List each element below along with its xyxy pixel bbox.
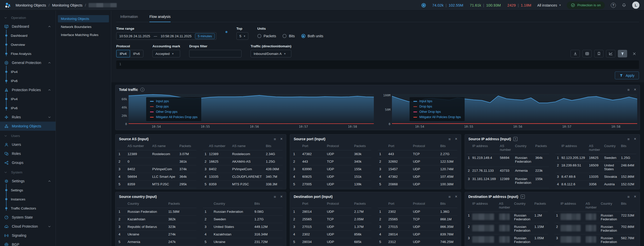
sidebar-item-ipv4[interactable]: IPv4 bbox=[6, 94, 56, 103]
sidebar-section-users[interactable]: Users bbox=[0, 132, 56, 140]
panel-close-icon[interactable]: × bbox=[634, 137, 636, 141]
panel-menu-icon[interactable]: = bbox=[449, 195, 451, 199]
close-panel-button[interactable] bbox=[630, 50, 639, 57]
sidebar-item-general-protection[interactable]: General Protection bbox=[0, 58, 56, 67]
panel-close-icon[interactable]: × bbox=[634, 87, 636, 92]
units-radio-packets[interactable]: Packets bbox=[257, 34, 276, 38]
sidebar-item-ipv6[interactable]: IPv6 bbox=[6, 103, 56, 113]
sidebar-item-flow-analysis[interactable]: Flow Analysis bbox=[6, 49, 56, 58]
sidebar-item-groups[interactable]: Groups bbox=[0, 158, 56, 167]
subsidebar-item-interface-matching-rules[interactable]: Interface Matching Rules bbox=[58, 31, 109, 39]
y-axis-tick: 40k bbox=[122, 106, 127, 109]
expand-plus-icon[interactable]: + bbox=[513, 137, 517, 141]
sidebar-item-rules[interactable]: Rules bbox=[0, 113, 56, 122]
refresh-indicator-dot[interactable] bbox=[225, 31, 227, 33]
apply-button[interactable]: Apply bbox=[615, 72, 639, 79]
protocol-option-ipv6[interactable]: IPv6 bbox=[130, 50, 143, 57]
table-cell-value: 15457 bbox=[388, 167, 398, 171]
table-view-button[interactable] bbox=[582, 50, 592, 57]
panel-close-icon[interactable]: × bbox=[455, 194, 457, 199]
panel-menu-icon[interactable]: = bbox=[274, 195, 276, 199]
panel-menu-icon[interactable]: = bbox=[627, 88, 630, 92]
app-logo-icon[interactable] bbox=[5, 2, 11, 9]
sidebar-section-operation[interactable]: Operation bbox=[0, 14, 56, 22]
rank-cell: 4 bbox=[555, 181, 559, 188]
sidebar-item-system-state[interactable]: System State bbox=[0, 213, 56, 222]
user-avatar[interactable]: L bbox=[632, 2, 639, 9]
table-row: 456694LLC Smart Ape364k bbox=[117, 173, 196, 181]
chevron-down-icon bbox=[47, 225, 52, 228]
sidebar-item-dashboard[interactable]: Dashboard bbox=[6, 31, 56, 40]
panel-close-icon[interactable]: × bbox=[455, 137, 457, 141]
panel-menu-icon[interactable]: = bbox=[627, 137, 630, 141]
sidebar-item-ipv4[interactable]: IPv4 bbox=[6, 67, 56, 76]
units-radio-both-units[interactable]: Both units bbox=[301, 34, 323, 38]
filter-button[interactable] bbox=[618, 50, 627, 57]
legend-item[interactable]: Other Drop pps bbox=[150, 110, 197, 114]
table-cell-value: 2302 bbox=[302, 232, 310, 236]
sidebar-item-traffic-collectors[interactable]: Traffic Collectors bbox=[6, 204, 56, 213]
sidebar-item-protection-policies[interactable]: Protection Policies bbox=[0, 85, 56, 94]
sidebar-item-settings[interactable]: Settings bbox=[6, 186, 56, 195]
sidebar-item-ipv6[interactable]: IPv6 bbox=[6, 76, 56, 85]
sidebar-item-monitoring-objects[interactable]: Monitoring Objects bbox=[0, 122, 56, 131]
table-cell-value: Kazakhstan bbox=[214, 232, 231, 236]
panel-menu-icon[interactable]: = bbox=[274, 137, 276, 141]
panel-menu-icon[interactable]: = bbox=[627, 195, 630, 199]
sidebar-item-cloud-protection[interactable]: Cloud Protection bbox=[0, 222, 56, 231]
protection-status-badge[interactable]: Protection is on bbox=[567, 2, 605, 9]
sidebar-item-users[interactable]: Users bbox=[0, 140, 56, 149]
tab-flow-analysis[interactable]: Flow analysis bbox=[149, 15, 171, 22]
column-header: AS number bbox=[584, 200, 599, 212]
top-select[interactable]: 5 ▾ bbox=[236, 32, 248, 40]
help-icon[interactable]: ? bbox=[611, 3, 616, 8]
bullet-dot-icon bbox=[5, 80, 7, 82]
info-icon[interactable]: i bbox=[140, 88, 144, 92]
network-status-icon[interactable] bbox=[421, 3, 426, 8]
drops-filter-input[interactable] bbox=[189, 50, 242, 57]
legend-item[interactable]: Mitigator All Policies Drop pps bbox=[150, 115, 197, 119]
panel-close-icon[interactable]: × bbox=[280, 137, 283, 141]
sidebar-item-signaling[interactable]: Signaling bbox=[0, 231, 56, 240]
time-range-input[interactable]: 10:53:26 24.11.2025 — 10:58:26 24.11.202… bbox=[116, 32, 216, 40]
download-button[interactable] bbox=[571, 50, 580, 57]
protocol-option-ipv4[interactable]: IPv4 bbox=[116, 50, 130, 57]
sidebar-section-system[interactable]: System bbox=[0, 168, 56, 177]
traffic-direction-select[interactable]: Inbound/Domain A ▾ bbox=[251, 50, 291, 57]
panel-close-icon[interactable]: × bbox=[280, 194, 283, 199]
bookmark-button[interactable] bbox=[594, 50, 603, 57]
sidebar-item-label: Dashboard bbox=[12, 24, 29, 28]
chart-view-button[interactable] bbox=[606, 50, 615, 57]
panel-close-icon[interactable]: × bbox=[634, 194, 636, 199]
sidebar-item-overview[interactable]: Overview bbox=[6, 40, 56, 49]
sidebar-item-dashboard[interactable]: Dashboard bbox=[0, 22, 56, 31]
column-header: Port bbox=[386, 143, 411, 150]
subsidebar-item-monitoring-objects[interactable]: Monitoring Objects bbox=[58, 15, 109, 22]
legend-item[interactable]: Other Drop bps bbox=[413, 110, 461, 114]
query-editor[interactable]: 1 bbox=[116, 60, 639, 69]
accounting-mark-select[interactable]: Accepted ▾ bbox=[152, 50, 180, 57]
legend-item[interactable]: Input bps bbox=[413, 99, 461, 103]
cluster-icon bbox=[4, 124, 9, 128]
expand-plus-icon[interactable]: + bbox=[521, 195, 525, 199]
sidebar-item-settings[interactable]: Settings bbox=[0, 177, 56, 186]
rank-column-header bbox=[292, 143, 300, 150]
legend-label: Mitigator All Policies Drop bps bbox=[419, 115, 461, 119]
breadcrumb-item[interactable]: Monitoring Objects bbox=[52, 3, 83, 7]
tab-information[interactable]: Information bbox=[120, 15, 138, 22]
legend-item[interactable]: Input pps bbox=[150, 99, 197, 103]
units-radio-bits[interactable]: Bits bbox=[283, 34, 295, 38]
subsidebar-item-network-boundaries[interactable]: Network Boundaries bbox=[58, 23, 109, 30]
bell-icon[interactable] bbox=[622, 3, 626, 7]
legend-item[interactable]: Mitigator All Policies Drop bps bbox=[413, 115, 461, 119]
legend-item[interactable]: Drop bps bbox=[413, 105, 461, 108]
instances-dropdown[interactable]: All instances ▾ bbox=[537, 3, 561, 7]
sidebar-item-bgp[interactable]: BGP bbox=[0, 240, 56, 246]
duration-badge[interactable]: 5 minutes bbox=[195, 33, 215, 39]
sidebar-item-roles[interactable]: Roles bbox=[0, 149, 56, 158]
table-halves: IP addressAS numberCountryPackets191.219… bbox=[465, 143, 640, 189]
sidebar-item-instances[interactable]: Instances bbox=[6, 195, 56, 204]
breadcrumb-item[interactable]: Monitoring Objects bbox=[16, 3, 46, 7]
legend-item[interactable]: Drop pps bbox=[150, 105, 197, 108]
panel-menu-icon[interactable]: = bbox=[449, 137, 451, 141]
